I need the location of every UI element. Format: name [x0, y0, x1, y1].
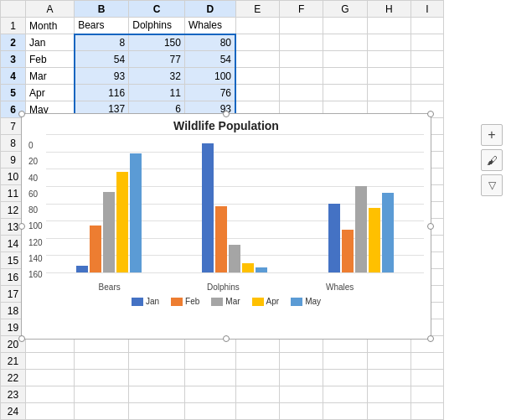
- table-row: 3 Feb 54 77 54: [1, 51, 444, 68]
- resize-handle-mr[interactable]: [427, 223, 434, 230]
- legend-label-jan: Jan: [146, 297, 159, 306]
- chart-toolbar: + 🖌 ▽: [481, 124, 503, 196]
- cell-H5[interactable]: [367, 85, 410, 101]
- row-header: 3: [1, 51, 26, 68]
- bar-whales-mar: [355, 186, 367, 272]
- chart-styles-button[interactable]: 🖌: [481, 149, 503, 171]
- col-header-G[interactable]: G: [323, 1, 367, 18]
- cell-C3[interactable]: 77: [129, 51, 185, 68]
- cell-A2[interactable]: Jan: [26, 34, 75, 51]
- legend-label-feb: Feb: [185, 297, 199, 306]
- legend-label-mar: Mar: [225, 297, 240, 306]
- table-row: 24: [1, 403, 444, 420]
- cell-D3[interactable]: 54: [184, 51, 235, 68]
- cell-C1[interactable]: Dolphins: [129, 18, 185, 34]
- legend-label-may: May: [305, 297, 321, 306]
- cell-B1[interactable]: Bears: [75, 18, 129, 34]
- cell-H2[interactable]: [367, 34, 410, 51]
- cell-E2[interactable]: [235, 34, 279, 51]
- bar-groups: [46, 134, 424, 272]
- cell-B3[interactable]: 54: [75, 51, 129, 68]
- bar-whales-may: [382, 193, 394, 272]
- x-label-bears: Bears: [99, 283, 121, 292]
- cell-I4[interactable]: [410, 68, 443, 85]
- cell-F3[interactable]: [279, 51, 323, 68]
- cell-B5[interactable]: 116: [75, 85, 129, 101]
- cell-C4[interactable]: 32: [129, 68, 185, 85]
- bar-bears-feb: [90, 226, 101, 272]
- table-row: 5 Apr 116 11 76: [1, 85, 444, 101]
- cell-F2[interactable]: [279, 34, 323, 51]
- resize-handle-tl[interactable]: [18, 111, 25, 117]
- col-header-I[interactable]: I: [410, 1, 443, 18]
- cell-E3[interactable]: [235, 51, 279, 68]
- cell-E1[interactable]: [235, 18, 279, 34]
- row-header: 5: [1, 85, 26, 101]
- col-header-A[interactable]: A: [26, 1, 75, 18]
- add-chart-element-button[interactable]: +: [481, 124, 503, 146]
- bar-group-whales: [328, 186, 394, 272]
- bar-whales-jan: [328, 204, 340, 272]
- cell-G3[interactable]: [323, 51, 367, 68]
- cell-A5[interactable]: Apr: [26, 85, 75, 101]
- cell-F4[interactable]: [279, 68, 323, 85]
- cell-E4[interactable]: [235, 68, 279, 85]
- bar-dolphins-jan: [202, 143, 214, 272]
- col-header-E[interactable]: E: [235, 1, 279, 18]
- col-header-C[interactable]: C: [129, 1, 185, 18]
- cell-G4[interactable]: [323, 68, 367, 85]
- legend-swatch-feb: [171, 298, 183, 306]
- cell-B2[interactable]: 8: [75, 34, 129, 51]
- cell-G5[interactable]: [323, 85, 367, 101]
- cell-D4[interactable]: 100: [184, 68, 235, 85]
- col-header-row: [1, 1, 26, 18]
- cell-H4[interactable]: [367, 68, 410, 85]
- table-row: 23: [1, 386, 444, 403]
- cell-F5[interactable]: [279, 85, 323, 101]
- row-header: 2: [1, 34, 26, 51]
- cell-D2[interactable]: 80: [184, 34, 235, 51]
- bar-bears-jan: [76, 266, 88, 272]
- resize-handle-br[interactable]: [427, 335, 434, 342]
- cell-F1[interactable]: [279, 18, 323, 34]
- cell-I3[interactable]: [410, 51, 443, 68]
- cell-D5[interactable]: 76: [184, 85, 235, 101]
- cell-E5[interactable]: [235, 85, 279, 101]
- col-header-B[interactable]: B: [75, 1, 129, 18]
- resize-handle-tm[interactable]: [223, 111, 230, 117]
- cell-A4[interactable]: Mar: [26, 68, 75, 85]
- resize-handle-tr[interactable]: [427, 111, 434, 117]
- cell-G1[interactable]: [323, 18, 367, 34]
- cell-C2[interactable]: 150: [129, 34, 185, 51]
- bar-bears-apr: [116, 172, 128, 272]
- legend-item-may: May: [291, 297, 321, 306]
- resize-handle-ml[interactable]: [18, 223, 25, 230]
- col-header-H[interactable]: H: [367, 1, 410, 18]
- col-header-D[interactable]: D: [184, 1, 235, 18]
- cell-D1[interactable]: Whales: [184, 18, 235, 34]
- legend-label-apr: Apr: [266, 297, 280, 306]
- x-label-dolphins: Dolphins: [207, 283, 240, 292]
- cell-I1[interactable]: [410, 18, 443, 34]
- bar-dolphins-apr: [242, 263, 254, 272]
- cell-A1[interactable]: Month: [26, 18, 75, 34]
- cell-B4[interactable]: 93: [75, 68, 129, 85]
- cell-G2[interactable]: [323, 34, 367, 51]
- cell-C5[interactable]: 11: [129, 85, 185, 101]
- col-header-F[interactable]: F: [279, 1, 323, 18]
- bar-whales-apr: [369, 208, 380, 272]
- cell-A3[interactable]: Feb: [26, 51, 75, 68]
- legend-item-mar: Mar: [211, 297, 240, 306]
- cell-I2[interactable]: [410, 34, 443, 51]
- legend-swatch-jan: [132, 298, 143, 306]
- bar-dolphins-mar: [229, 245, 240, 272]
- cell-H1[interactable]: [367, 18, 410, 34]
- resize-handle-bl[interactable]: [18, 335, 25, 342]
- legend-swatch-may: [291, 298, 302, 306]
- legend-item-apr: Apr: [252, 297, 280, 306]
- cell-I5[interactable]: [410, 85, 443, 101]
- chart-filters-button[interactable]: ▽: [481, 174, 503, 196]
- cell-H3[interactable]: [367, 51, 410, 68]
- resize-handle-bm[interactable]: [223, 335, 230, 342]
- legend-swatch-apr: [252, 298, 264, 306]
